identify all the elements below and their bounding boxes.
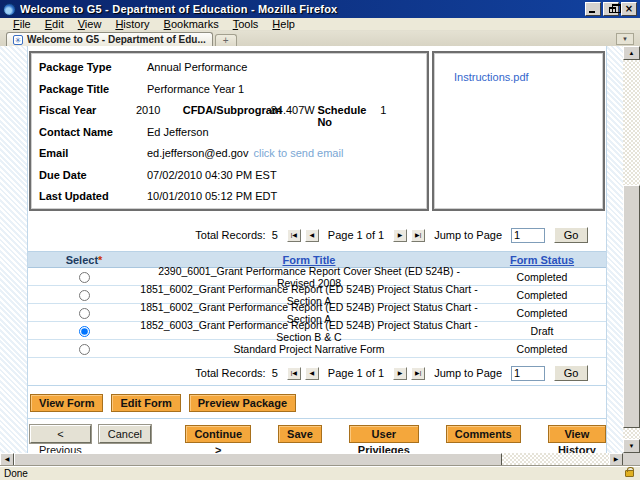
menu-bar: File Edit View History Bookmarks Tools H… [0,18,640,31]
menu-history[interactable]: History [108,18,156,30]
browser-window: Welcome to G5 - Department of Education … [0,0,640,480]
edit-form-button[interactable]: Edit Form [111,394,180,412]
instructions-pdf-link[interactable]: Instructions.pdf [454,71,529,83]
menu-tools[interactable]: Tools [226,18,266,30]
close-button[interactable]: × [621,2,637,16]
horizontal-scroll-track[interactable] [502,453,609,466]
tab-label: Welcome to G5 - Department of Edu... [27,34,206,45]
page-indicator: Page 1 of 1 [328,367,384,379]
go-button[interactable]: Go [554,227,588,243]
fiscal-year-label: Fiscal Year [39,104,136,116]
save-button[interactable]: Save [278,425,322,443]
menu-bookmarks[interactable]: Bookmarks [157,18,226,30]
continue-button[interactable]: Continue > [185,425,251,443]
next-page-button[interactable]: ▶ [393,229,407,242]
due-date-value: 07/02/2010 04:30 PM EST [147,169,277,181]
vertical-scroll-track[interactable] [623,60,640,439]
horizontal-scroll-thumb[interactable] [14,453,502,466]
jump-to-page-label: Jump to Page [434,229,502,241]
jump-to-page-label: Jump to Page [434,367,502,379]
jump-to-page-input[interactable] [511,228,545,243]
active-tab[interactable]: ✳ Welcome to G5 - Department of Edu... [6,32,213,46]
pagination-bottom: Total Records: 5 |◀ ◀ Page 1 of 1 ▶ ▶| J… [28,365,606,381]
comments-button[interactable]: Comments [446,425,521,443]
form-status-cell: Draft [478,325,606,337]
preview-package-button[interactable]: Preview Package [189,394,296,412]
last-updated-label: Last Updated [39,190,147,202]
first-page-button[interactable]: |◀ [287,367,301,380]
tab-bar: ✳ Welcome to G5 - Department of Edu... +… [0,31,640,46]
previous-button[interactable]: < Previous [30,425,91,443]
vertical-scroll-thumb[interactable] [623,185,640,428]
user-privileges-button[interactable]: User Privileges [349,425,419,443]
prev-page-button[interactable]: ◀ [305,229,319,242]
view-form-button[interactable]: View Form [30,394,103,412]
page-indicator: Page 1 of 1 [328,229,384,241]
form-select-radio[interactable] [79,326,90,337]
form-status-cell: Completed [478,289,606,301]
last-page-button[interactable]: ▶| [411,229,425,242]
navigation-buttons-row: < Previous Cancel Continue > Save User P… [28,424,606,444]
prev-page-button[interactable]: ◀ [305,367,319,380]
first-page-button[interactable]: |◀ [287,229,301,242]
minimize-button[interactable] [585,2,601,16]
form-title-cell: Standard Project Narrative Form [140,343,478,355]
menu-file[interactable]: File [6,18,38,30]
form-select-radio[interactable] [79,272,90,283]
minimize-icon [589,11,595,13]
last-updated-value: 10/01/2010 05:12 PM EDT [147,190,277,202]
form-actions-row: View Form Edit Form Preview Package [28,393,606,413]
close-icon: × [625,4,633,14]
new-tab-button[interactable]: + [215,34,237,46]
status-text: Done [4,468,625,479]
restore-button[interactable] [603,2,619,16]
section-divider [28,385,606,386]
jump-to-page-input[interactable] [511,366,545,381]
package-type-value: Annual Performance [147,61,247,73]
vertical-scrollbar[interactable]: ▲ ▼ [623,46,640,453]
page-content: Package Type Annual Performance Package … [28,46,606,453]
contact-name-value: Ed Jefferson [147,126,209,138]
package-title-value: Performance Year 1 [147,83,244,95]
page-right-margin [606,46,623,453]
email-value: ed.jefferson@ed.gov [147,147,248,159]
package-details-panel: Package Type Annual Performance Package … [29,51,429,211]
form-title-cell: 1852_6003_Grant Performance Report (ED 5… [140,319,478,343]
status-bar: Done [0,466,640,480]
cfda-value: 84.407W [271,104,318,116]
horizontal-scrollbar[interactable]: ◀ ▶ [0,453,640,466]
section-divider [28,418,606,419]
form-select-radio[interactable] [79,290,90,301]
forms-table: Select* Form Title Form Status 2390_6001… [28,251,606,358]
scroll-down-icon[interactable]: ▼ [623,439,640,453]
menu-help[interactable]: Help [265,18,302,30]
scroll-up-icon[interactable]: ▲ [623,46,640,60]
package-type-label: Package Type [39,61,147,73]
table-row: 1852_6003_Grant Performance Report (ED 5… [28,322,606,340]
next-page-button[interactable]: ▶ [393,367,407,380]
form-select-radio[interactable] [79,308,90,319]
send-email-link[interactable]: click to send email [253,147,343,159]
form-status-sort-link[interactable]: Form Status [510,254,574,266]
form-status-cell: Completed [478,307,606,319]
form-status-cell: Completed [478,271,606,283]
menu-edit[interactable]: Edit [38,18,71,30]
instructions-panel: Instructions.pdf [432,51,605,211]
form-status-cell: Completed [478,343,606,355]
email-label: Email [39,147,147,159]
form-select-radio[interactable] [79,344,90,355]
scroll-left-icon[interactable]: ◀ [0,453,14,466]
last-page-button[interactable]: ▶| [411,367,425,380]
total-records-label: Total Records: 5 [195,367,278,379]
go-button[interactable]: Go [554,365,588,381]
fiscal-year-value: 2010 [136,104,183,116]
scrollbar-corner [623,453,640,466]
menu-view[interactable]: View [71,18,109,30]
table-row: Standard Project Narrative Form Complete… [28,340,606,358]
view-history-button[interactable]: View History [548,425,606,443]
contact-name-label: Contact Name [39,126,147,138]
list-all-tabs-button[interactable]: ▼ [616,33,634,45]
due-date-label: Due Date [39,169,147,181]
cancel-button[interactable]: Cancel [99,425,151,443]
scroll-right-icon[interactable]: ▶ [609,453,623,466]
